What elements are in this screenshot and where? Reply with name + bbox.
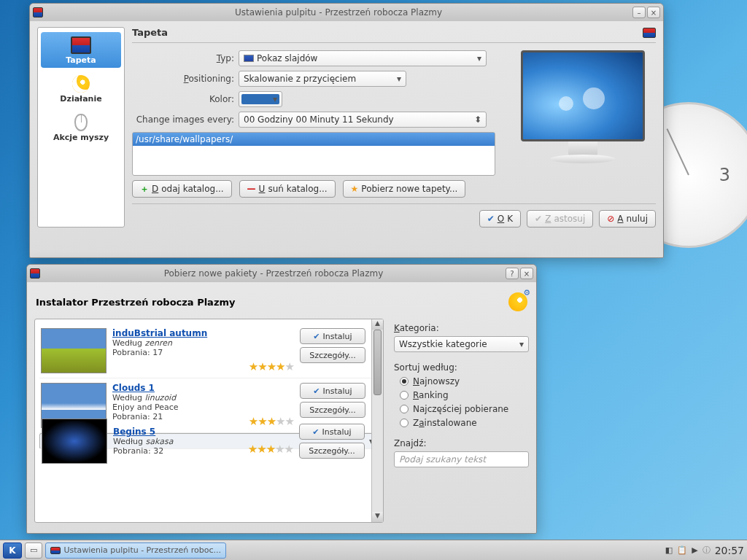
- minus-icon: —: [247, 184, 256, 194]
- taskbar: K ▭ Ustawienia pulpitu - Przestrzeń robo…: [0, 540, 747, 560]
- installer-header: Instalator Przestrzeń robocza Plazmy: [36, 292, 527, 311]
- settings-sidebar: Tapeta Działanie Akcje myszy: [37, 27, 125, 228]
- list-item[interactable]: induBstrial autumn Według zenren Pobrani…: [39, 324, 379, 378]
- cancel-icon: ⊘: [607, 214, 614, 224]
- section-header: Tapeta: [132, 27, 656, 43]
- search-input[interactable]: Podaj szukany tekst: [394, 451, 529, 467]
- label-positioning: Positioning:: [132, 74, 234, 84]
- sidebar-item-dzialanie[interactable]: Działanie: [41, 71, 121, 106]
- apply-button[interactable]: ✔Zastosuj: [527, 210, 593, 228]
- type-select[interactable]: Pokaz slajdów: [239, 50, 487, 66]
- cancel-button[interactable]: ⊘Anuluj: [599, 210, 656, 228]
- install-button[interactable]: ✔Instaluj: [300, 383, 365, 399]
- label-interval: Change images every:: [132, 114, 234, 125]
- close-button[interactable]: ×: [647, 7, 660, 18]
- remove-folder-button[interactable]: —Usuń katalog...: [239, 180, 336, 198]
- tray-icon[interactable]: ▶: [692, 545, 697, 555]
- radio-dot: [400, 405, 409, 413]
- thumbnail: [42, 419, 107, 464]
- scroll-thumb[interactable]: [374, 330, 382, 395]
- rating-stars: ★★★★★: [249, 360, 294, 373]
- kickoff-button[interactable]: K: [3, 542, 22, 559]
- window-icon: [30, 268, 40, 279]
- interval-spinner[interactable]: 00 Godziny 00 Minuty 11 Sekundy: [239, 112, 487, 128]
- get-new-button[interactable]: ★Pobierz nowe tapety...: [343, 180, 466, 198]
- titlebar[interactable]: Pobierz nowe pakiety - Przestrzeń robocz…: [27, 265, 536, 282]
- folder-list[interactable]: /usr/share/wallpapers/: [132, 132, 495, 176]
- close-button[interactable]: ×: [520, 268, 533, 279]
- tray-info-icon[interactable]: ⓘ: [703, 545, 711, 556]
- star-icon: ★: [351, 184, 359, 194]
- check-icon: ✔: [313, 386, 320, 396]
- window-title: Ustawienia pulpitu - Przestrzeń robocza …: [46, 7, 631, 18]
- preview-screen: [521, 50, 645, 141]
- label-typ: Typ:: [132, 53, 234, 63]
- taskbar-clock[interactable]: 20:57: [715, 545, 744, 556]
- desktop-settings-window: Ustawienia pulpitu - Przestrzeń robocza …: [29, 3, 664, 258]
- install-button[interactable]: ✔Instaluj: [299, 424, 365, 440]
- label-sort: Sortuj według:: [394, 362, 529, 373]
- help-button[interactable]: ?: [506, 268, 519, 279]
- radio-ranking[interactable]: Ranking: [400, 390, 529, 400]
- system-tray: ◧ 📋 ▶ ⓘ 20:57: [665, 545, 744, 556]
- list-item[interactable]: Begins 5 Według sakasa Pobrania: 32 ★★★★…: [39, 433, 379, 449]
- window-icon: [33, 7, 43, 18]
- rating-stars: ★★★★★: [248, 443, 293, 456]
- scrollbar[interactable]: ▲ ▼: [371, 319, 383, 522]
- check-icon: ✔: [313, 332, 320, 341]
- wallpaper-icon: [71, 36, 91, 54]
- check-icon: ✔: [487, 214, 495, 224]
- section-icon: [643, 28, 656, 38]
- get-new-packages-window: Pobierz nowe pakiety - Przestrzeń robocz…: [26, 264, 537, 534]
- sidebar-item-akcje[interactable]: Akcje myszy: [41, 109, 121, 145]
- tray-klipper-icon[interactable]: 📋: [677, 545, 687, 555]
- details-button[interactable]: Szczegóły...: [300, 347, 365, 363]
- taskbar-entry[interactable]: Ustawienia pulpitu - Przestrzeń roboc...: [45, 542, 226, 559]
- color-swatch: [241, 94, 279, 104]
- label-category: Kategoria:: [394, 323, 529, 333]
- installer-icon: [508, 292, 527, 311]
- radio-newest[interactable]: Najnowszy: [400, 376, 529, 386]
- color-picker[interactable]: [239, 91, 282, 107]
- details-button[interactable]: Szczegóły...: [300, 402, 365, 418]
- radio-most-downloaded[interactable]: Najczęściej pobierane: [400, 404, 529, 414]
- clock-hand: [667, 128, 689, 175]
- add-folder-button[interactable]: ＋Dodaj katalog...: [132, 180, 232, 198]
- details-button[interactable]: Szczegóły...: [299, 443, 365, 459]
- filter-panel: Kategoria: Wszystkie kategorie Sortuj we…: [394, 319, 529, 523]
- window-title: Pobierz nowe pakiety - Przestrzeń robocz…: [43, 268, 504, 279]
- label-find: Znajdź:: [394, 438, 529, 448]
- item-title-link[interactable]: induBstrial autumn: [112, 328, 294, 338]
- scroll-down-button[interactable]: ▼: [372, 512, 383, 522]
- check-icon: ✔: [312, 427, 319, 437]
- check-icon: ✔: [535, 214, 542, 224]
- minimize-button[interactable]: –: [632, 7, 646, 18]
- ok-button[interactable]: ✔OK: [479, 210, 521, 228]
- activity-icon: [72, 75, 90, 93]
- sidebar-item-tapeta[interactable]: Tapeta: [41, 32, 121, 68]
- show-desktop-button[interactable]: ▭: [25, 542, 42, 559]
- thumbnail: [41, 328, 107, 373]
- folder-row[interactable]: /usr/share/wallpapers/: [133, 133, 495, 146]
- radio-installed[interactable]: Zainstalowane: [400, 418, 529, 428]
- radio-dot: [400, 419, 409, 427]
- label-kolor: Kolor:: [132, 94, 234, 104]
- slideshow-icon: [244, 55, 254, 62]
- titlebar[interactable]: Ustawienia pulpitu - Przestrzeń robocza …: [30, 4, 663, 21]
- item-title-link[interactable]: Begins 5: [113, 427, 293, 437]
- item-title-link[interactable]: Clouds 1: [112, 383, 294, 393]
- category-select[interactable]: Wszystkie kategorie: [394, 336, 529, 352]
- mouse-icon: [74, 114, 88, 131]
- plus-icon: ＋: [140, 183, 149, 195]
- radio-dot: [400, 377, 409, 386]
- positioning-select[interactable]: Skalowanie z przycięciem: [239, 71, 406, 87]
- install-button[interactable]: ✔Instaluj: [300, 328, 365, 344]
- radio-dot: [400, 391, 409, 400]
- wallpaper-preview: [510, 50, 656, 198]
- scroll-up-button[interactable]: ▲: [372, 319, 383, 330]
- tray-icon[interactable]: ◧: [665, 545, 673, 555]
- package-list[interactable]: induBstrial autumn Według zenren Pobrani…: [34, 319, 384, 523]
- task-icon: [50, 547, 61, 554]
